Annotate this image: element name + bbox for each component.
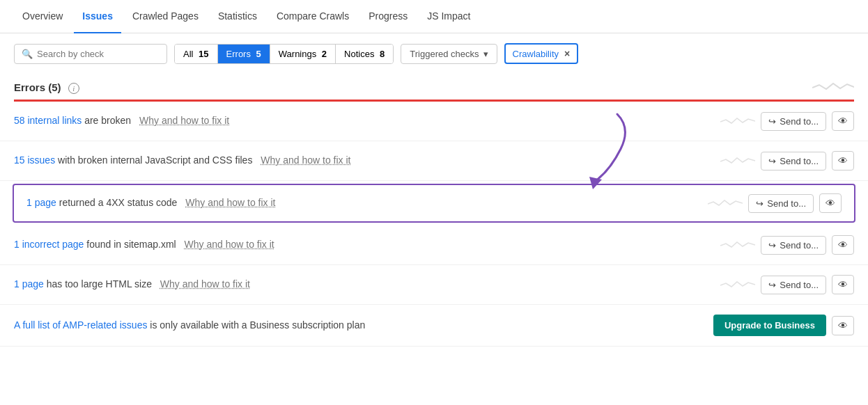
eye-icon: 👁 [838,155,848,166]
filter-group: All 15 Errors 5 Warnings 2 Notices 8 [174,44,394,64]
crawlability-badge: Crawlability × [504,43,579,64]
crawlability-label: Crawlability [513,49,559,59]
eye-button[interactable]: 👁 [832,275,854,294]
trend-sparkline [720,278,755,291]
trend-sparkline [720,239,755,251]
send-to-button[interactable]: ↪ Send to... [748,194,814,213]
upgrade-to-business-button[interactable]: Upgrade to Business [713,315,826,336]
send-icon: ↪ [768,156,776,166]
trend-wavy-svg [812,79,854,93]
issue-actions: ↪ Send to... 👁 [720,235,854,255]
issue-content: 1 page returned a 4XX status code Why an… [26,196,701,210]
issue-link[interactable]: 1 page [26,197,56,208]
eye-icon: 👁 [838,116,848,127]
send-icon: ↪ [768,240,776,251]
eye-button[interactable]: 👁 [832,111,854,131]
eye-button[interactable]: 👁 [832,316,854,335]
search-box[interactable]: 🔍 [14,44,167,64]
issue-content: 58 internal links are broken Why and how… [14,114,713,128]
toolbar: 🔍 All 15 Errors 5 Warnings 2 Notices 8 T… [0,33,868,74]
section-wavy-icon [812,79,854,95]
triggered-checks-label: Triggered checks [410,49,479,59]
nav-compare-crawls[interactable]: Compare Crawls [268,0,357,33]
eye-icon: 👁 [838,279,848,290]
eye-icon: 👁 [838,320,848,331]
issue-link[interactable]: 1 incorrect page [14,239,84,250]
fix-link[interactable]: Why and how to fix it [261,154,350,166]
fix-link[interactable]: Why and how to fix it [185,197,275,208]
close-crawlability-button[interactable]: × [564,48,570,59]
triggered-checks-button[interactable]: Triggered checks ▾ [401,44,497,64]
eye-icon: 👁 [838,239,848,251]
eye-icon: 👁 [826,198,835,209]
send-to-button[interactable]: ↪ Send to... [761,276,826,294]
eye-button[interactable]: 👁 [832,235,854,255]
nav-progress[interactable]: Progress [360,0,416,33]
filter-warnings[interactable]: Warnings 2 [270,45,336,63]
search-icon: 🔍 [22,49,33,59]
nav-statistics[interactable]: Statistics [210,0,265,33]
issue-row: 58 internal links are broken Why and how… [0,102,868,141]
fix-link[interactable]: Why and how to fix it [139,115,229,126]
trend-sparkline [708,197,743,209]
top-navigation: Overview Issues Crawled Pages Statistics… [0,0,868,33]
section-header: Errors (5) i [0,74,868,100]
issue-content: 1 incorrect page found in sitemap.xml Wh… [14,238,713,252]
send-icon: ↪ [768,280,776,290]
eye-button[interactable]: 👁 [819,193,842,213]
issue-actions: ↪ Send to... 👁 [720,111,854,131]
issue-row: 1 page has too large HTML size Why and h… [0,265,868,305]
filter-all[interactable]: All 15 [175,45,218,63]
nav-overview[interactable]: Overview [14,0,71,33]
section-title-group: Errors (5) i [14,81,79,94]
filter-notices[interactable]: Notices 8 [336,45,393,63]
issue-row: 1 incorrect page found in sitemap.xml Wh… [0,225,868,265]
send-icon: ↪ [768,116,776,127]
info-icon[interactable]: i [68,83,79,94]
nav-js-impact[interactable]: JS Impact [419,0,479,33]
send-icon: ↪ [756,198,764,209]
nav-issues[interactable]: Issues [74,0,121,33]
search-input[interactable] [37,49,160,59]
send-to-button[interactable]: ↪ Send to... [761,112,826,131]
fix-link[interactable]: Why and how to fix it [160,278,250,289]
chevron-down-icon: ▾ [483,49,488,59]
upgrade-content: A full list of AMP-related issues is onl… [14,319,706,333]
issue-link[interactable]: 1 page [14,278,44,289]
issue-row-highlighted: 1 page returned a 4XX status code Why an… [13,184,855,223]
issue-actions: ↪ Send to... 👁 [708,193,842,213]
issue-link[interactable]: 58 internal links [14,115,82,126]
section-title: Errors (5) [14,81,64,93]
issue-row: 15 issues with broken internal JavaScrip… [0,141,868,181]
nav-crawled-pages[interactable]: Crawled Pages [124,0,207,33]
issue-actions: ↪ Send to... 👁 [720,151,854,170]
send-to-button[interactable]: ↪ Send to... [761,152,826,170]
filter-errors[interactable]: Errors 5 [218,45,270,63]
send-to-button[interactable]: ↪ Send to... [761,236,826,255]
fix-link[interactable]: Why and how to fix it [185,239,274,250]
trend-sparkline [720,115,755,127]
eye-button[interactable]: 👁 [832,151,854,170]
upgrade-row: A full list of AMP-related issues is onl… [0,305,868,347]
amp-issues-link[interactable]: A full list of AMP-related issues [14,319,147,331]
issue-content: 15 issues with broken internal JavaScrip… [14,154,713,168]
upgrade-actions: Upgrade to Business 👁 [713,315,854,336]
trend-sparkline [720,154,755,167]
issue-link[interactable]: 15 issues [14,154,55,166]
issue-actions: ↪ Send to... 👁 [720,275,854,294]
issue-content: 1 page has too large HTML size Why and h… [14,278,713,292]
